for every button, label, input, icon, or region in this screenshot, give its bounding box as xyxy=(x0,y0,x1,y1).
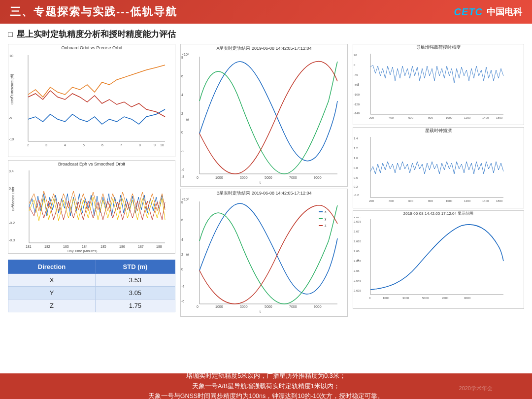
svg-text:ns: ns xyxy=(357,83,360,86)
left-column: Onboard Orbit vs Precise Orbit 10 5 0 -5… xyxy=(8,44,175,349)
svg-text:2: 2 xyxy=(181,112,183,115)
right-column: 导航增强载荷授时精度 20 0 -40 -80 -100 -120 -140 n… xyxy=(353,44,524,349)
right-mid-title: 星载时钟频漂 xyxy=(353,128,524,134)
svg-text:E: E xyxy=(186,118,189,121)
svg-text:183: 183 xyxy=(63,245,69,248)
svg-text:Day Time (Minutes): Day Time (Minutes) xyxy=(67,249,98,253)
charts-area: Onboard Orbit vs Precise Orbit 10 5 0 -5… xyxy=(8,44,524,349)
svg-text:186: 186 xyxy=(119,245,125,248)
svg-text:3: 3 xyxy=(45,143,47,147)
svg-text:-6: -6 xyxy=(181,299,184,303)
svg-text:3000: 3000 xyxy=(240,176,248,179)
svg-text:800: 800 xyxy=(428,116,433,119)
svg-text:7: 7 xyxy=(120,143,122,147)
svg-text:800: 800 xyxy=(428,200,433,202)
svg-text:t: t xyxy=(260,310,261,313)
std-x: 3.53 xyxy=(95,274,175,287)
svg-text:1400: 1400 xyxy=(482,116,489,119)
svg-text:4: 4 xyxy=(181,93,183,97)
svg-text:1000: 1000 xyxy=(446,200,453,202)
svg-text:2.67: 2.67 xyxy=(354,230,360,233)
right-bottom-title: 2019-06-08 14:42:05-17:12:04 显示范围 xyxy=(353,211,524,216)
svg-text:t: t xyxy=(260,181,261,184)
svg-text:10: 10 xyxy=(160,143,164,147)
svg-text:E: E xyxy=(186,253,189,256)
svg-text:1000: 1000 xyxy=(215,305,223,308)
cetc-logo-text: CETC xyxy=(454,6,483,18)
svg-text:-6: -6 xyxy=(181,168,184,171)
right-top-svg: 20 0 -40 -80 -100 -120 -140 ns 200 400 6… xyxy=(353,51,506,124)
dir-y: Y xyxy=(8,287,96,299)
header-logo: CETC 中国电科 xyxy=(454,6,522,18)
svg-text:2.66: 2.66 xyxy=(354,250,360,253)
bottom-left-title: Broadcast Eph vs Smoothed Orbit xyxy=(8,162,175,166)
svg-text:1800: 1800 xyxy=(496,200,503,202)
svg-text:-5: -5 xyxy=(9,116,12,120)
svg-text:0: 0 xyxy=(197,305,199,308)
svg-text:0.6: 0.6 xyxy=(354,176,358,179)
svg-text:187: 187 xyxy=(138,245,144,248)
svg-text:8: 8 xyxy=(181,200,183,204)
std-z: 1.75 xyxy=(95,299,175,312)
svg-text:-4: -4 xyxy=(181,285,184,288)
svg-text:4: 4 xyxy=(64,143,66,147)
svg-text:1000: 1000 xyxy=(446,116,453,119)
svg-text:-120: -120 xyxy=(354,103,360,106)
svg-text:0.2: 0.2 xyxy=(354,185,358,188)
svg-text:7000: 7000 xyxy=(289,305,297,308)
svg-text:-100: -100 xyxy=(354,93,360,96)
svg-text:×10⁵: ×10⁵ xyxy=(182,53,189,56)
svg-rect-71 xyxy=(319,211,323,212)
bottom-left-svg: 0.4 0.2 0 -0.2 -0.3 Broadcast Error 181 … xyxy=(8,166,171,253)
top-left-title: Onboard Orbit vs Precise Orbit xyxy=(8,45,175,50)
svg-text:400: 400 xyxy=(389,200,394,202)
right-bottom-label: 授时精度能力评估 xyxy=(353,308,524,309)
svg-text:5000: 5000 xyxy=(265,305,272,308)
header-title: 三、专题探索与实践---低轨导航 xyxy=(10,4,177,19)
svg-text:z: z xyxy=(325,224,327,227)
svg-text:188: 188 xyxy=(156,245,162,248)
svg-text:-2: -2 xyxy=(181,149,184,153)
svg-text:200: 200 xyxy=(369,200,374,202)
section-title: 星上实时定轨精度分析和授时精度能力评估 xyxy=(8,29,524,40)
dir-z: Z xyxy=(8,299,96,312)
svg-rect-75 xyxy=(319,225,323,226)
table-row: Z 1.75 xyxy=(8,299,175,312)
footer: 珞珈实时定轨精度5米以内，广播星历外推精度为0.3米； 天象一号A/B星导航增强… xyxy=(0,373,532,399)
svg-text:-140: -140 xyxy=(354,112,360,115)
svg-text:2.65: 2.65 xyxy=(354,269,360,272)
svg-text:2.665: 2.665 xyxy=(354,240,362,243)
svg-text:E: E xyxy=(357,259,360,261)
svg-text:8: 8 xyxy=(181,56,183,59)
svg-text:181: 181 xyxy=(26,245,32,248)
svg-text:185: 185 xyxy=(100,245,106,248)
svg-text:5000: 5000 xyxy=(265,176,272,179)
footer-line3: 天象一号与GNSS时间同步精度约为100ns，钟漂达到10的-10次方，授时稳定… xyxy=(148,392,384,399)
right-bottom-svg: 2.675 2.67 2.665 2.66 2.655 2.65 2.645 2… xyxy=(353,217,506,305)
svg-text:5000: 5000 xyxy=(422,297,429,299)
svg-text:1200: 1200 xyxy=(464,116,471,119)
table-header-direction: Direction xyxy=(8,260,96,274)
svg-text:-0.3: -0.3 xyxy=(9,238,15,242)
svg-text:1.0: 1.0 xyxy=(354,157,358,160)
svg-text:7000: 7000 xyxy=(289,176,297,179)
svg-text:8: 8 xyxy=(139,143,141,147)
svg-text:1200: 1200 xyxy=(464,200,471,202)
svg-text:0: 0 xyxy=(181,131,183,134)
svg-text:182: 182 xyxy=(44,245,50,248)
svg-text:4: 4 xyxy=(181,238,183,241)
svg-text:2.675: 2.675 xyxy=(354,220,362,223)
svg-rect-73 xyxy=(319,218,323,219)
svg-text:2: 2 xyxy=(27,143,29,147)
svg-text:6: 6 xyxy=(101,143,103,147)
top-left-chart: Onboard Orbit vs Precise Orbit 10 5 0 -5… xyxy=(8,44,175,157)
svg-text:×10⁵: ×10⁵ xyxy=(182,198,189,201)
header: 三、专题探索与实践---低轨导航 CETC 中国电科 xyxy=(0,0,532,24)
svg-text:1.4: 1.4 xyxy=(354,137,358,140)
center-top-chart: A星实时定轨结果 2019-06-08 14:42:05-17:12:04 8 … xyxy=(180,44,348,187)
dir-x: X xyxy=(8,274,96,287)
center-top-svg: 8 6 4 2 0 -2 -6 -8 ×10⁵ E 0 1000 3000 50… xyxy=(181,52,343,186)
svg-text:2.645: 2.645 xyxy=(354,279,362,282)
svg-text:-8: -8 xyxy=(181,175,184,178)
svg-text:-0.2: -0.2 xyxy=(9,221,15,225)
